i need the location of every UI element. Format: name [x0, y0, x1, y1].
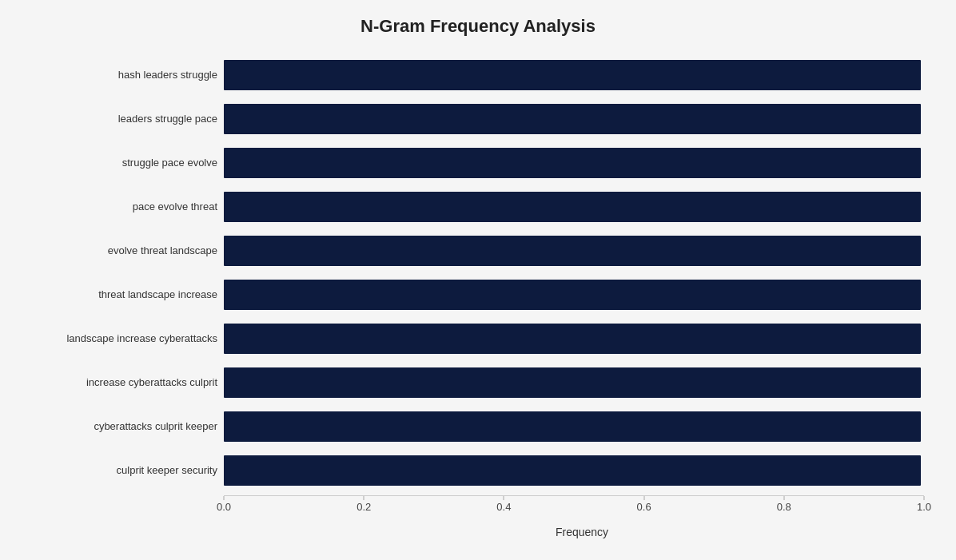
bar	[224, 280, 921, 310]
bar-row: culprit keeper security	[224, 448, 924, 492]
bar-label: evolve threat landscape	[18, 244, 217, 256]
bar-label: cyberattacks culprit keeper	[18, 420, 217, 432]
bar-row: cyberattacks culprit keeper	[224, 404, 924, 448]
bar-row: leaders struggle pace	[224, 97, 924, 141]
bar-wrapper	[224, 236, 924, 266]
bar-wrapper	[224, 60, 924, 90]
bar	[224, 192, 921, 222]
bar-label: leaders struggle pace	[18, 113, 217, 125]
x-tick-line	[504, 496, 504, 500]
bar	[224, 324, 921, 354]
bar	[224, 411, 921, 442]
bar-row: evolve threat landscape	[224, 228, 924, 272]
x-axis-label: Frequency	[224, 526, 940, 538]
bar	[224, 104, 921, 134]
bar-label: hash leaders struggle	[18, 69, 217, 81]
bar-wrapper	[224, 104, 924, 134]
bar-wrapper	[224, 367, 924, 398]
bar-wrapper	[224, 192, 924, 222]
x-axis: 0.00.20.40.60.81.0	[224, 495, 924, 519]
bar	[224, 367, 921, 398]
chart-title: N-Gram Frequency Analysis	[16, 16, 940, 37]
bar-wrapper	[224, 455, 924, 486]
x-tick-line	[924, 496, 925, 500]
bar-wrapper	[224, 411, 924, 442]
bar	[224, 60, 921, 90]
x-tick-label: 0.8	[777, 501, 791, 513]
bar-row: landscape increase cyberattacks	[224, 316, 924, 360]
x-tick-line	[364, 496, 364, 500]
bar	[224, 455, 921, 486]
bar-label: culprit keeper security	[18, 464, 217, 476]
bar-row: increase cyberattacks culprit	[224, 360, 924, 404]
bar-label: struggle pace evolve	[18, 157, 217, 169]
bar-row: hash leaders struggle	[224, 53, 924, 97]
bar-wrapper	[224, 324, 924, 354]
bar-label: increase cyberattacks culprit	[18, 376, 217, 388]
bar-label: threat landscape increase	[18, 288, 217, 300]
x-tick-line	[643, 496, 644, 500]
x-tick-line	[783, 496, 784, 500]
bars-container: hash leaders struggleleaders struggle pa…	[16, 53, 940, 538]
x-tick-label: 0.0	[217, 501, 231, 513]
bar	[224, 148, 921, 178]
bar-wrapper	[224, 280, 924, 310]
bar-row: struggle pace evolve	[224, 141, 924, 185]
bar-row: pace evolve threat	[224, 185, 924, 228]
bar-label: landscape increase cyberattacks	[18, 332, 217, 344]
bar-row: threat landscape increase	[224, 272, 924, 316]
chart-area: hash leaders struggleleaders struggle pa…	[224, 53, 924, 492]
bar-label: pace evolve threat	[18, 201, 217, 212]
x-tick-label: 0.4	[496, 501, 511, 513]
x-tick-label: 1.0	[917, 501, 931, 513]
x-tick-label: 0.6	[637, 501, 651, 513]
x-tick-label: 0.2	[357, 501, 371, 513]
bar-wrapper	[224, 148, 924, 178]
x-tick-line	[224, 496, 225, 500]
chart-container: N-Gram Frequency Analysis hash leaders s…	[0, 0, 956, 560]
bar	[224, 236, 921, 266]
